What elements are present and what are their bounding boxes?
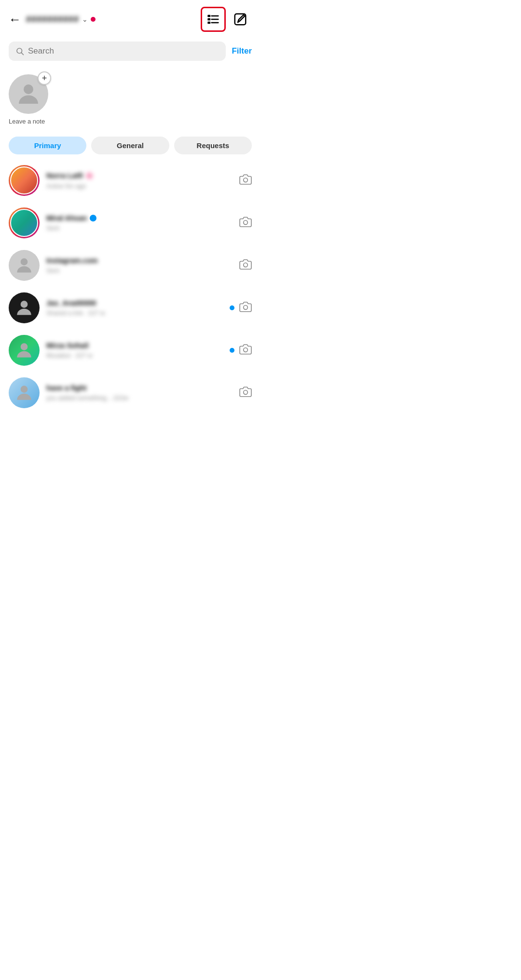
- svg-line-8: [21, 53, 23, 55]
- search-icon: [15, 47, 24, 55]
- convo-right: [239, 386, 252, 400]
- convo-name: Miral Ahsan: [46, 214, 87, 222]
- search-input-wrap[interactable]: [9, 41, 226, 61]
- camera-icon[interactable]: [239, 343, 252, 358]
- add-note-button[interactable]: +: [38, 71, 51, 85]
- list-item[interactable]: have a fight you added something... 222w: [0, 372, 260, 414]
- svg-point-10: [244, 178, 248, 182]
- search-input[interactable]: [28, 46, 219, 56]
- conversation-list: Norra Latfi 🌸 Active 5m ago Miral Ahsan …: [0, 159, 260, 414]
- convo-name-row: Norra Latfi 🌸: [46, 171, 233, 180]
- svg-point-14: [21, 301, 28, 308]
- avatar-inner: [10, 166, 38, 194]
- svg-point-19: [244, 390, 248, 395]
- convo-name-row: have a fight: [46, 384, 233, 392]
- convo-info: Miral Ahsan Sent: [46, 214, 233, 232]
- user-icon: [14, 382, 35, 403]
- edit-icon: [233, 12, 247, 27]
- list-item[interactable]: Miral Ahsan Sent: [0, 202, 260, 244]
- username-area: ########## ⌄: [26, 14, 96, 25]
- svg-rect-4: [208, 22, 210, 23]
- convo-right: [230, 343, 252, 358]
- unread-indicator: [230, 348, 234, 353]
- convo-info: Jas_Ana00000 Shared a link · 227 w: [46, 299, 223, 317]
- avatar: [9, 292, 40, 323]
- user-icon: [14, 255, 35, 276]
- note-section: + Leave a note: [0, 66, 260, 130]
- svg-point-15: [244, 305, 248, 310]
- unread-indicator: [230, 305, 234, 310]
- convo-name-row: Mirza Sohail: [46, 341, 223, 349]
- convo-info: Mirza Sohail Musabut · 227 w: [46, 341, 223, 359]
- svg-rect-2: [208, 19, 210, 20]
- tabs-row: Primary General Requests: [0, 130, 260, 159]
- convo-preview: Sent: [46, 224, 59, 232]
- svg-point-11: [244, 221, 248, 225]
- back-button[interactable]: ←: [9, 12, 21, 27]
- svg-point-13: [244, 263, 248, 267]
- svg-point-12: [21, 258, 28, 265]
- convo-name-row: Miral Ahsan: [46, 214, 233, 222]
- convo-right: [239, 173, 252, 188]
- header-left: ← ########## ⌄: [9, 12, 96, 27]
- search-bar-row: Filter: [0, 37, 260, 66]
- user-icon: [14, 297, 35, 318]
- convo-preview: Musabut · 227 w: [46, 352, 92, 359]
- list-item[interactable]: Jas_Ana00000 Shared a link · 227 w: [0, 287, 260, 329]
- convo-right: [230, 301, 252, 315]
- list-icon: [206, 13, 220, 26]
- filter-button[interactable]: Filter: [232, 46, 252, 56]
- convo-preview: Sent: [46, 267, 59, 274]
- convo-info: Norra Latfi 🌸 Active 5m ago: [46, 171, 233, 190]
- convo-name: have a fight: [46, 384, 86, 392]
- camera-icon[interactable]: [239, 173, 252, 188]
- convo-info: have a fight you added something... 222w: [46, 384, 233, 402]
- convo-name: Mirza Sohail: [46, 341, 89, 349]
- online-indicator: [91, 17, 96, 22]
- list-view-button[interactable]: [201, 7, 226, 32]
- user-icon: [14, 340, 35, 361]
- user-silhouette-icon: [14, 80, 43, 109]
- header: ← ########## ⌄: [0, 0, 260, 37]
- svg-point-17: [244, 348, 248, 352]
- tab-primary[interactable]: Primary: [9, 137, 86, 154]
- svg-rect-0: [208, 15, 210, 16]
- compose-button[interactable]: [229, 8, 252, 31]
- svg-point-18: [21, 386, 28, 393]
- convo-right: [239, 216, 252, 230]
- header-right: [201, 7, 252, 32]
- avatar: [9, 207, 40, 238]
- note-label: Leave a note: [9, 118, 45, 125]
- camera-icon[interactable]: [239, 258, 252, 273]
- camera-icon[interactable]: [239, 216, 252, 230]
- convo-preview: Active 5m ago: [46, 182, 86, 190]
- convo-info: Instagram.com Sent: [46, 256, 233, 275]
- note-avatar-wrap: +: [9, 74, 48, 114]
- convo-preview: Shared a link · 227 w: [46, 309, 105, 317]
- list-item[interactable]: Norra Latfi 🌸 Active 5m ago: [0, 159, 260, 202]
- avatar: [9, 335, 40, 366]
- tab-requests[interactable]: Requests: [174, 137, 252, 154]
- verified-badge: [90, 215, 96, 221]
- svg-point-9: [24, 84, 33, 94]
- svg-point-16: [21, 343, 28, 350]
- convo-right: [239, 258, 252, 273]
- tab-general[interactable]: General: [91, 137, 169, 154]
- convo-name: Norra Latfi 🌸: [46, 171, 94, 180]
- avatar: [9, 165, 40, 196]
- camera-icon[interactable]: [239, 301, 252, 315]
- username-text: ##########: [26, 14, 79, 25]
- convo-name: Instagram.com: [46, 256, 98, 264]
- avatar-inner: [10, 209, 38, 237]
- list-item[interactable]: Instagram.com Sent: [0, 244, 260, 287]
- list-item[interactable]: Mirza Sohail Musabut · 227 w: [0, 329, 260, 372]
- avatar: [9, 377, 40, 408]
- convo-name-row: Jas_Ana00000: [46, 299, 223, 307]
- chevron-down-icon[interactable]: ⌄: [82, 15, 88, 23]
- avatar: [9, 250, 40, 281]
- convo-preview: you added something... 222w: [46, 394, 128, 401]
- camera-icon[interactable]: [239, 386, 252, 400]
- convo-name-row: Instagram.com: [46, 256, 233, 264]
- convo-name: Jas_Ana00000: [46, 299, 96, 307]
